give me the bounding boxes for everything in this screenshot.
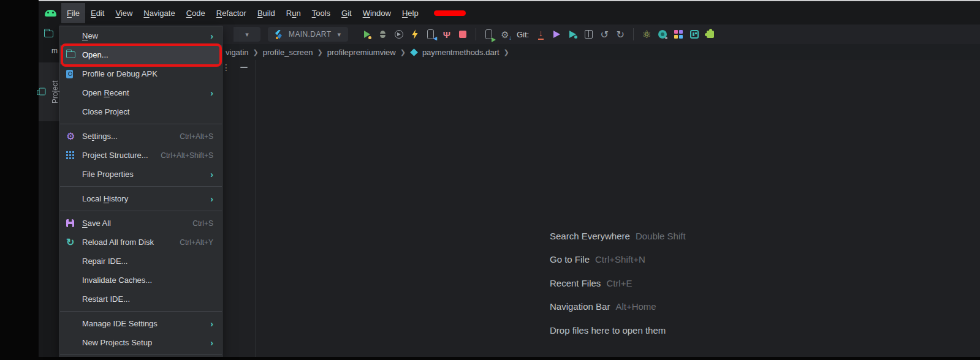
git-commit-button-icon	[569, 31, 576, 38]
chevron-down-icon: ▾	[245, 31, 249, 39]
sidebar-item-project[interactable]: Project	[39, 62, 59, 121]
menu-item-label: Repair IDE...	[82, 257, 213, 266]
menu-item-icon-slot: ⚙	[66, 130, 82, 142]
file-menu-item-reload-all-from-disk[interactable]: ↻Reload All from DiskCtrl+Alt+Y	[60, 233, 222, 252]
breadcrumb-item[interactable]: vigatin	[226, 48, 249, 57]
stop-button[interactable]	[457, 28, 468, 40]
menu-item-label: Close Project	[82, 107, 213, 116]
editor-shortcut-hints: Search EverywhereDouble ShiftGo to FileC…	[550, 224, 686, 342]
puzzle-icon	[707, 31, 714, 38]
file-menu-item-open[interactable]: Open...	[60, 45, 222, 64]
minimize-icon[interactable]	[240, 67, 248, 68]
menu-item-label: Reload All from Disk	[82, 238, 180, 247]
changes-view-button[interactable]	[583, 28, 594, 40]
file-menu-item-local-history[interactable]: Local History›	[60, 189, 222, 208]
kebab-menu-icon[interactable]: ⋮	[222, 62, 230, 72]
sdk-manager-button[interactable]: ⚙↓	[499, 28, 511, 40]
menu-item-label: File Properties	[82, 170, 210, 179]
device-selector-dropdown[interactable]: ▾	[234, 27, 260, 42]
menubar-item-tools[interactable]: Tools	[306, 3, 336, 23]
menubar-item-code[interactable]: Code	[181, 3, 211, 23]
breadcrumb-separator-icon: ❯	[253, 48, 259, 56]
menu-item-icon-slot: ↻	[66, 236, 82, 248]
menu-item-shortcut: Ctrl+Alt+Y	[180, 238, 213, 247]
history-forward-button[interactable]: ↻	[615, 28, 626, 40]
menubar-item-view[interactable]: View	[110, 3, 138, 23]
menubar-item-navigate[interactable]: Navigate	[138, 3, 180, 23]
file-menu-item-project-structure[interactable]: Project Structure...Ctrl+Alt+Shift+S	[60, 146, 222, 165]
shortcut-hint-keys: Alt+Home	[615, 301, 656, 312]
folder-icon[interactable]	[44, 31, 53, 37]
debug-button[interactable]	[378, 28, 389, 40]
main-menubar: FileEditViewNavigateCodeRefactorBuildRun…	[39, 1, 980, 24]
flutter-attach-button[interactable]: Ψ	[441, 28, 452, 40]
file-menu-item-manage-ide-settings[interactable]: Manage IDE Settings›	[60, 314, 222, 333]
red-annotation-marker	[434, 10, 466, 16]
download-arrow-icon: ↓	[538, 29, 544, 39]
menu-separator	[60, 211, 222, 211]
profile-button[interactable]	[393, 28, 405, 40]
file-menu-popup: New›Open...Profile or Debug APKOpen Rece…	[59, 26, 222, 357]
search-everywhere-button[interactable]	[657, 28, 668, 40]
file-menu-item-open-recent[interactable]: Open Recent›	[60, 83, 222, 102]
devtools-button[interactable]: ⚛	[641, 28, 652, 40]
run-button[interactable]	[362, 28, 373, 40]
menu-item-shortcut: Ctrl+Alt+S	[180, 132, 213, 141]
breadcrumb-item[interactable]: paymentmethods.dart	[422, 48, 499, 57]
git-push-button-icon	[553, 31, 560, 38]
history-back-button[interactable]: ↺	[599, 28, 610, 40]
breadcrumb-separator-icon: ❯	[400, 48, 406, 56]
git-update-button[interactable]: ↓	[535, 28, 546, 40]
app-insights-button[interactable]	[689, 28, 700, 40]
file-menu-item-repair-ide[interactable]: Repair IDE...	[60, 252, 222, 271]
menubar-item-edit[interactable]: Edit	[85, 3, 110, 23]
bug-icon	[380, 31, 386, 38]
device-manager-button[interactable]	[484, 28, 495, 40]
file-menu-item-restart-ide[interactable]: Restart IDE...	[60, 290, 222, 309]
attach-debugger-button[interactable]: ◂	[425, 28, 436, 40]
menubar-item-window[interactable]: Window	[357, 3, 397, 23]
shortcut-hint-label: Recent Files	[550, 278, 601, 288]
shortcut-hint-row: Go to FileCtrl+Shift+N	[550, 248, 686, 272]
hot-reload-button[interactable]	[409, 28, 420, 40]
menu-item-label: New	[82, 31, 210, 40]
drop-files-hint-label: Drop files here to open them	[550, 325, 666, 336]
folder-icon	[39, 88, 46, 96]
git-commit-button[interactable]	[567, 28, 578, 40]
run-configuration-label: MAIN.DART	[289, 30, 331, 39]
flutter-icon	[275, 30, 283, 39]
file-menu-item-profile-or-debug-apk[interactable]: Profile or Debug APK	[60, 64, 222, 83]
file-menu-item-settings[interactable]: ⚙Settings...Ctrl+Alt+S	[60, 127, 222, 146]
file-menu-item-save-all[interactable]: Save AllCtrl+S	[60, 214, 222, 233]
file-menu-item-close-project[interactable]: Close Project	[60, 102, 222, 121]
submenu-arrow-icon: ›	[210, 338, 213, 348]
breadcrumb-item[interactable]: profilepremiumview	[327, 48, 396, 57]
menubar-item-file[interactable]: File	[61, 3, 85, 23]
plugins-button[interactable]	[705, 28, 716, 40]
resource-manager-button[interactable]	[673, 28, 684, 40]
menubar-item-git[interactable]: Git	[336, 3, 357, 23]
file-menu-item-new[interactable]: New›	[60, 26, 222, 45]
run-configuration-dropdown[interactable]: MAIN.DART ▾	[268, 27, 348, 42]
menu-item-shortcut: Ctrl+S	[192, 219, 213, 228]
menubar-item-help[interactable]: Help	[397, 3, 424, 23]
toolbar-inner: ▾ MAIN.DART ▾ ◂Ψ⚙↓Git:↓↺↻⚛	[234, 24, 716, 44]
breadcrumb-item[interactable]: profile_screen	[263, 48, 313, 57]
drop-files-hint: Drop files here to open them	[550, 318, 686, 342]
submenu-arrow-icon: ›	[210, 170, 213, 179]
menubar-item-build[interactable]: Build	[252, 3, 281, 23]
refresh-icon: ↻	[66, 236, 74, 248]
file-menu-item-invalidate-caches[interactable]: Invalidate Caches...	[60, 271, 222, 290]
menu-item-label: Restart IDE...	[82, 294, 213, 304]
menubar-item-run[interactable]: Run	[281, 3, 306, 23]
menubar-item-refactor[interactable]: Refactor	[211, 3, 252, 23]
file-menu-item-new-projects-setup[interactable]: New Projects Setup›	[60, 333, 222, 352]
file-menu-item-file-properties[interactable]: File Properties›	[60, 165, 222, 184]
menu-separator	[60, 311, 222, 312]
git-push-button[interactable]	[551, 28, 562, 40]
toolbar-icons: ◂Ψ⚙↓Git:↓↺↻⚛	[362, 28, 716, 40]
menu-item-label: New Projects Setup	[82, 338, 210, 347]
menu-item-label: Invalidate Caches...	[82, 276, 213, 285]
menu-item-label: Profile or Debug APK	[82, 69, 213, 78]
submenu-arrow-icon: ›	[210, 88, 213, 98]
